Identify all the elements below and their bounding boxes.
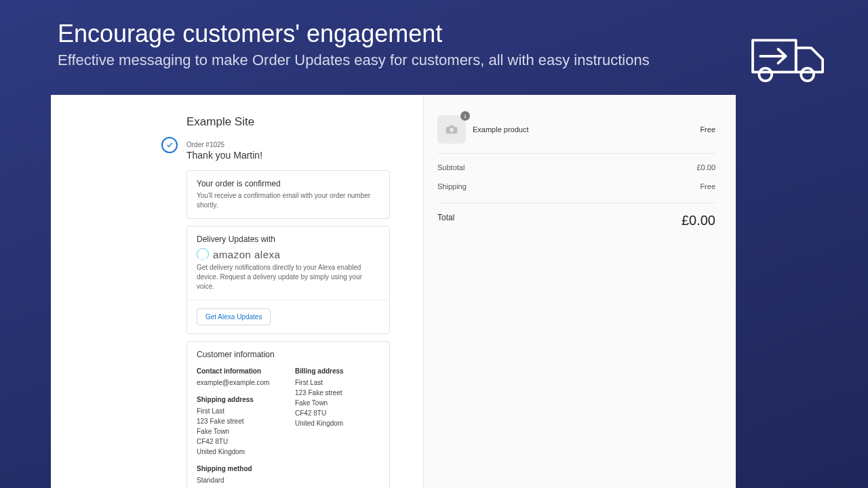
- product-name: Example product: [473, 125, 693, 134]
- product-price: Free: [700, 125, 715, 134]
- svg-rect-4: [450, 125, 454, 127]
- summary-lines: Subtotal £0.00 Shipping Free: [437, 154, 715, 203]
- delivery-truck-icon: [749, 34, 827, 85]
- checkout-panel: Example Site Order #1025 Thank you Marti…: [51, 95, 736, 488]
- shipping-address-heading: Shipping address: [197, 394, 281, 405]
- shipping-label: Shipping: [437, 182, 467, 190]
- confirmed-subtext: You'll receive a confirmation email with…: [197, 191, 380, 210]
- subtotal-value: £0.00: [696, 163, 715, 171]
- contact-email: example@example.com: [197, 378, 281, 388]
- total-line: Total £0.00: [437, 203, 715, 238]
- total-value: £0.00: [682, 213, 715, 228]
- order-number: Order #1025: [186, 141, 423, 148]
- svg-point-5: [450, 128, 454, 132]
- site-title: Example Site: [186, 115, 423, 129]
- card-divider: [187, 300, 389, 300]
- order-confirmed-card: Your order is confirmed You'll receive a…: [186, 170, 390, 219]
- camera-icon: [446, 125, 458, 134]
- shipping-method-heading: Shipping method: [197, 464, 281, 474]
- bill-line1: 123 Fake street: [295, 388, 380, 398]
- get-alexa-updates-button[interactable]: Get Alexa Updates: [197, 308, 271, 325]
- bill-postcode: CF42 8TU: [295, 408, 380, 418]
- bill-name: First Last: [295, 378, 380, 388]
- hero-subtitle: Effective messaging to make Order Update…: [58, 52, 810, 69]
- shipping-line: Shipping Free: [437, 177, 715, 196]
- customer-information-card: Customer information Contact information…: [186, 341, 390, 488]
- svg-point-1: [759, 68, 772, 81]
- alexa-description: Get delivery notifications directly to y…: [197, 263, 380, 291]
- shipping-value: Free: [700, 182, 715, 190]
- total-label: Total: [437, 213, 454, 228]
- product-row: 1 Example product Free: [437, 115, 715, 154]
- alexa-brand-text: amazon alexa: [213, 249, 280, 260]
- thank-you-message: Thank you Martin!: [186, 150, 423, 161]
- ship-line1: 123 Fake street: [197, 416, 281, 426]
- confirmed-title: Your order is confirmed: [197, 179, 380, 188]
- left-info-col: Contact information example@example.com …: [197, 366, 281, 485]
- billing-address-heading: Billing address: [295, 366, 380, 376]
- alexa-brand-row: amazon alexa: [197, 248, 380, 260]
- ship-country: United Kingdom: [197, 447, 281, 457]
- contact-heading: Contact information: [197, 366, 281, 376]
- alexa-title: Delivery Updates with: [197, 235, 380, 244]
- subtotal-line: Subtotal £0.00: [437, 158, 715, 177]
- checkout-left-column: Example Site Order #1025 Thank you Marti…: [51, 95, 424, 488]
- right-info-col: Billing address First Last 123 Fake stre…: [295, 366, 380, 485]
- product-qty-badge: 1: [460, 111, 470, 121]
- ship-postcode: CF42 8TU: [197, 436, 281, 447]
- shipping-method-value: Standard: [197, 475, 281, 485]
- bill-country: United Kingdom: [295, 418, 380, 428]
- bill-city: Fake Town: [295, 398, 380, 408]
- hero-header: Encourage customers' engagement Effectiv…: [58, 20, 810, 69]
- success-check-icon: [161, 137, 178, 153]
- ship-city: Fake Town: [197, 426, 281, 436]
- product-thumbnail: 1: [437, 115, 466, 144]
- alexa-updates-card: Delivery Updates with amazon alexa Get d…: [186, 226, 390, 334]
- customer-info-heading: Customer information: [197, 350, 380, 359]
- order-summary-column: 1 Example product Free Subtotal £0.00 Sh…: [424, 95, 736, 488]
- svg-point-2: [801, 68, 814, 81]
- ship-name: First Last: [197, 406, 281, 416]
- hero-title: Encourage customers' engagement: [58, 20, 810, 47]
- alexa-ring-icon: [197, 248, 209, 260]
- subtotal-label: Subtotal: [437, 163, 465, 171]
